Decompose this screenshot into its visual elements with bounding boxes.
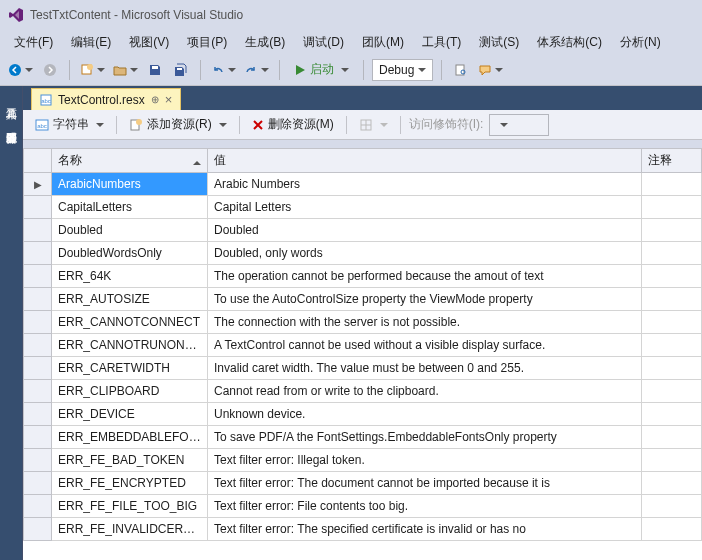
row-header[interactable]	[24, 242, 52, 265]
col-value[interactable]: 值	[208, 149, 642, 173]
close-icon[interactable]: ×	[165, 92, 173, 107]
cell-name[interactable]: ERR_EMBEDDABLEFONTS	[52, 426, 208, 449]
table-row[interactable]: ERR_64KThe operation cannot be performed…	[24, 265, 702, 288]
cell-value[interactable]: Text filter error: The document cannot b…	[208, 472, 642, 495]
cell-value[interactable]: A TextControl cannot be used without a v…	[208, 334, 642, 357]
table-row[interactable]: ERR_CARETWIDTHInvalid caret width. The v…	[24, 357, 702, 380]
open-file-button[interactable]	[111, 59, 140, 81]
table-row[interactable]: ▶ArabicNumbersArabic Numbers	[24, 173, 702, 196]
cell-name[interactable]: ERR_FE_ENCRYPTED	[52, 472, 208, 495]
table-row[interactable]: DoubledDoubled	[24, 219, 702, 242]
cell-comment[interactable]	[642, 196, 702, 219]
row-header[interactable]	[24, 449, 52, 472]
cell-value[interactable]: Unknown device.	[208, 403, 642, 426]
row-header[interactable]	[24, 196, 52, 219]
menu-team[interactable]: 团队(M)	[354, 32, 412, 53]
cell-value[interactable]: Arabic Numbers	[208, 173, 642, 196]
menu-view[interactable]: 视图(V)	[121, 32, 177, 53]
save-button[interactable]	[144, 59, 166, 81]
cell-value[interactable]: The operation cannot be performed becaus…	[208, 265, 642, 288]
cell-comment[interactable]	[642, 495, 702, 518]
cell-value[interactable]: Capital Letters	[208, 196, 642, 219]
row-header[interactable]	[24, 265, 52, 288]
row-header[interactable]	[24, 380, 52, 403]
table-row[interactable]: ERR_CANNOTRUNONSERA TextControl cannot b…	[24, 334, 702, 357]
undo-button[interactable]	[209, 59, 238, 81]
menu-build[interactable]: 生成(B)	[237, 32, 293, 53]
config-combo[interactable]: Debug	[372, 59, 433, 81]
cell-comment[interactable]	[642, 472, 702, 495]
menu-file[interactable]: 文件(F)	[6, 32, 61, 53]
cell-comment[interactable]	[642, 219, 702, 242]
row-header[interactable]	[24, 311, 52, 334]
cell-comment[interactable]	[642, 518, 702, 541]
table-row[interactable]: ERR_CLIPBOARDCannot read from or write t…	[24, 380, 702, 403]
doc-tab-active[interactable]: abc TextControl.resx ⊕ ×	[31, 88, 181, 110]
cell-value[interactable]: Doubled	[208, 219, 642, 242]
pin-icon[interactable]: ⊕	[151, 94, 159, 105]
table-row[interactable]: ERR_FE_ENCRYPTEDText filter error: The d…	[24, 472, 702, 495]
cell-value[interactable]: Cannot read from or write to the clipboa…	[208, 380, 642, 403]
menu-project[interactable]: 项目(P)	[179, 32, 235, 53]
server-explorer-tab[interactable]: 服务器资源管理器	[2, 118, 21, 130]
row-header[interactable]	[24, 334, 52, 357]
cell-name[interactable]: CapitalLetters	[52, 196, 208, 219]
cell-value[interactable]: Text filter error: Illegal token.	[208, 449, 642, 472]
cell-comment[interactable]	[642, 380, 702, 403]
row-header[interactable]	[24, 403, 52, 426]
resource-grid[interactable]: 名称 值 注释 ▶ArabicNumbersArabic NumbersCapi…	[23, 148, 702, 560]
find-in-files-button[interactable]	[450, 59, 472, 81]
remove-resource-button[interactable]: 删除资源(M)	[248, 114, 338, 135]
cell-comment[interactable]	[642, 334, 702, 357]
cell-value[interactable]: Text filter error: File contents too big…	[208, 495, 642, 518]
table-row[interactable]: ERR_FE_BAD_TOKENText filter error: Illeg…	[24, 449, 702, 472]
cell-name[interactable]: ERR_64K	[52, 265, 208, 288]
comment-button[interactable]	[476, 59, 505, 81]
cell-value[interactable]: To use the AutoControlSize property the …	[208, 288, 642, 311]
table-row[interactable]: ERR_EMBEDDABLEFONTSTo save PDF/A the Fon…	[24, 426, 702, 449]
table-row[interactable]: CapitalLettersCapital Letters	[24, 196, 702, 219]
cell-name[interactable]: ERR_CLIPBOARD	[52, 380, 208, 403]
cell-name[interactable]: ERR_CANNOTRUNONSER	[52, 334, 208, 357]
cell-name[interactable]: ERR_FE_FILE_TOO_BIG	[52, 495, 208, 518]
cell-name[interactable]: ArabicNumbers	[52, 173, 208, 196]
strings-view-button[interactable]: abc 字符串	[31, 114, 108, 135]
access-modifier-combo[interactable]	[489, 114, 549, 136]
cell-comment[interactable]	[642, 173, 702, 196]
row-header[interactable]	[24, 426, 52, 449]
row-header[interactable]	[24, 357, 52, 380]
cell-name[interactable]: ERR_AUTOSIZE	[52, 288, 208, 311]
cell-name[interactable]: ERR_CANNOTCONNECT	[52, 311, 208, 334]
cell-comment[interactable]	[642, 449, 702, 472]
menu-tools[interactable]: 工具(T)	[414, 32, 469, 53]
toolbox-tab[interactable]: 工具箱	[2, 94, 21, 106]
menu-debug[interactable]: 调试(D)	[295, 32, 352, 53]
cell-comment[interactable]	[642, 403, 702, 426]
cell-value[interactable]: To save PDF/A the FontSettings.Embeddabl…	[208, 426, 642, 449]
cell-name[interactable]: Doubled	[52, 219, 208, 242]
cell-comment[interactable]	[642, 357, 702, 380]
add-resource-button[interactable]: 添加资源(R)	[125, 114, 231, 135]
nav-back-button[interactable]	[6, 59, 35, 81]
row-header[interactable]	[24, 495, 52, 518]
row-header[interactable]	[24, 518, 52, 541]
table-row[interactable]: ERR_CANNOTCONNECTThe connection with the…	[24, 311, 702, 334]
cell-name[interactable]: ERR_FE_INVALIDCERTIFICA	[52, 518, 208, 541]
cell-value[interactable]: Invalid caret width. The value must be b…	[208, 357, 642, 380]
menu-arch[interactable]: 体系结构(C)	[529, 32, 610, 53]
cell-name[interactable]: DoubledWordsOnly	[52, 242, 208, 265]
row-header[interactable]	[24, 219, 52, 242]
cell-value[interactable]: Doubled, only words	[208, 242, 642, 265]
cell-comment[interactable]	[642, 242, 702, 265]
menu-edit[interactable]: 编辑(E)	[63, 32, 119, 53]
cell-name[interactable]: ERR_DEVICE	[52, 403, 208, 426]
cell-value[interactable]: The connection with the server is not po…	[208, 311, 642, 334]
start-debug-button[interactable]: 启动	[288, 59, 355, 81]
row-header[interactable]: ▶	[24, 173, 52, 196]
col-comment[interactable]: 注释	[642, 149, 702, 173]
table-row[interactable]: ERR_FE_FILE_TOO_BIGText filter error: Fi…	[24, 495, 702, 518]
new-project-button[interactable]	[78, 59, 107, 81]
row-header[interactable]	[24, 472, 52, 495]
table-row[interactable]: ERR_DEVICEUnknown device.	[24, 403, 702, 426]
menu-test[interactable]: 测试(S)	[471, 32, 527, 53]
